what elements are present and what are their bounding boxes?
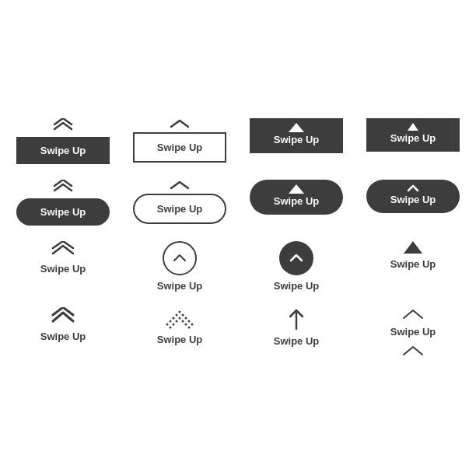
triangle-icon-2 xyxy=(289,184,304,194)
r2c1-button[interactable]: Swipe Up xyxy=(16,198,110,226)
r1c2-button[interactable]: Swipe Up xyxy=(133,132,226,163)
r2c3-item: Swipe Up xyxy=(242,180,351,226)
r4c3-label: Swipe Up xyxy=(274,335,320,347)
svg-point-13 xyxy=(170,327,172,329)
svg-marker-3 xyxy=(404,241,422,254)
r1c3-button[interactable]: Swipe Up xyxy=(250,118,343,153)
svg-point-9 xyxy=(182,314,184,317)
r3c1-item: Swipe Up xyxy=(9,241,117,292)
r2c4-label: Swipe Up xyxy=(390,194,436,205)
svg-marker-0 xyxy=(289,123,304,132)
svg-marker-2 xyxy=(289,184,304,194)
svg-point-15 xyxy=(176,320,178,323)
svg-point-19 xyxy=(188,327,191,329)
r1c4-label: Swipe Up xyxy=(390,132,436,144)
double-chevron-icon xyxy=(51,118,75,134)
r2c2-item: Swipe Up xyxy=(125,180,234,226)
svg-point-14 xyxy=(173,324,175,326)
r2c2-label: Swipe Up xyxy=(157,203,203,215)
r3c4-item: Swipe Up xyxy=(359,241,467,292)
svg-point-8 xyxy=(179,311,181,313)
svg-point-11 xyxy=(188,320,191,323)
svg-point-6 xyxy=(173,317,175,320)
r1c1-item: Swipe Up xyxy=(9,118,117,164)
r2c1-item: Swipe Up xyxy=(9,180,117,226)
svg-point-4 xyxy=(166,324,169,326)
r2c4-button[interactable]: Swipe Up xyxy=(366,180,460,213)
r1c4-button[interactable]: Swipe Up xyxy=(366,118,460,152)
circle-outline-icon xyxy=(163,241,197,275)
r2c4-item: Swipe Up xyxy=(359,180,467,226)
svg-point-17 xyxy=(182,320,184,323)
r3c4-label: Swipe Up xyxy=(390,258,436,270)
single-chevron-bottom-icon xyxy=(401,344,425,358)
svg-point-7 xyxy=(176,314,178,317)
r2c1-label: Swipe Up xyxy=(40,206,86,218)
r3c2-label: Swipe Up xyxy=(157,280,203,292)
r3c3-item: Swipe Up xyxy=(242,241,351,292)
chevron-icon xyxy=(407,184,419,192)
r1c3-item: Swipe Up xyxy=(242,118,351,164)
r1c4-item: Swipe Up xyxy=(359,118,467,164)
r4c1-label: Swipe Up xyxy=(40,331,86,342)
single-chevron-icon-2 xyxy=(168,180,191,191)
svg-point-18 xyxy=(185,324,187,326)
r3c3-label: Swipe Up xyxy=(274,280,320,292)
svg-point-16 xyxy=(179,317,181,320)
r3c1-label: Swipe Up xyxy=(40,263,86,275)
svg-point-5 xyxy=(170,320,172,323)
r2c1-wrapper: Swipe Up xyxy=(16,180,110,226)
r4c4-item: Swipe Up xyxy=(359,307,467,358)
r4c3-item: Swipe Up xyxy=(242,307,351,358)
r4c1-item: Swipe Up xyxy=(9,307,117,358)
circle-solid-icon xyxy=(279,241,313,275)
r2c3-label: Swipe Up xyxy=(274,195,320,207)
r1c1-wrapper: Swipe Up xyxy=(16,118,110,164)
thick-double-chevron-icon xyxy=(50,307,76,326)
small-triangle-icon xyxy=(408,123,418,131)
arrow-up-icon xyxy=(287,307,306,331)
r4c4-label: Swipe Up xyxy=(390,326,436,338)
r2c3-button[interactable]: Swipe Up xyxy=(250,180,343,215)
svg-marker-1 xyxy=(408,123,418,131)
r4c2-label: Swipe Up xyxy=(157,334,203,345)
r1c2-label: Swipe Up xyxy=(157,142,203,153)
r3c2-item: Swipe Up xyxy=(125,241,234,292)
r2c2-button[interactable]: Swipe Up xyxy=(133,194,226,224)
r2c2-wrapper: Swipe Up xyxy=(133,180,226,224)
dotted-chevron-icon xyxy=(164,307,195,329)
r1c1-label: Swipe Up xyxy=(40,145,86,156)
double-chevron-icon-2 xyxy=(51,180,75,195)
triangle-icon xyxy=(289,123,304,132)
small-solid-triangle-icon xyxy=(404,241,422,254)
double-chevron-icon-3 xyxy=(50,241,76,258)
r1c2-item: Swipe Up xyxy=(125,118,234,164)
single-chevron-top-icon xyxy=(401,307,425,321)
r1c3-label: Swipe Up xyxy=(274,134,320,145)
single-chevron-icon xyxy=(168,118,191,129)
main-grid: Swipe Up Swipe Up Swipe Up xyxy=(0,103,476,373)
svg-point-12 xyxy=(191,324,194,326)
r1c1-button[interactable]: Swipe Up xyxy=(16,137,110,164)
svg-point-10 xyxy=(185,317,187,320)
r4c2-item: Swipe Up xyxy=(125,307,234,358)
r1c2-wrapper: Swipe Up xyxy=(133,118,226,163)
